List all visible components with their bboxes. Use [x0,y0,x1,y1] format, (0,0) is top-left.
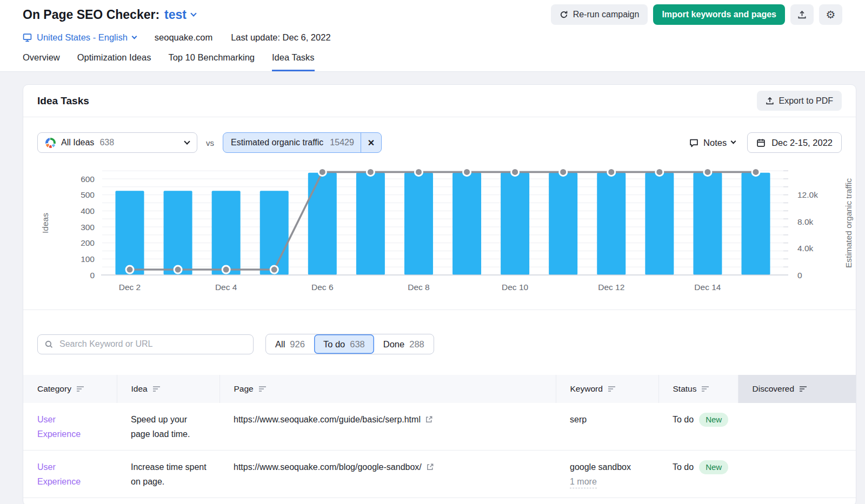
traffic-point [704,168,711,176]
ideas-bar [501,173,529,275]
page-url[interactable]: https://www.seoquake.com/guide/basic/ser… [234,415,421,424]
filter-all[interactable]: All 926 [266,334,314,354]
notes-dropdown[interactable]: Notes [689,138,735,148]
ideas-bar [549,173,577,275]
rerun-campaign-label: Re-run campaign [573,10,640,19]
svg-text:12.0k: 12.0k [797,190,818,199]
gear-icon: ⚙ [826,9,836,20]
rerun-campaign-button[interactable]: Re-run campaign [551,4,648,25]
metric-chip-label: Estimated organic traffic [223,138,330,147]
tab-overview[interactable]: Overview [23,52,60,71]
campaign-name: test [164,8,187,22]
chevron-down-icon [184,138,190,144]
external-link-icon[interactable] [426,463,434,471]
filter-done-count: 288 [409,339,424,350]
last-update: Last update: Dec 6, 2022 [231,32,330,43]
column-header-keyword[interactable]: Keyword [556,375,658,403]
tab-top10-benchmarking[interactable]: Top 10 Benchmarking [168,52,255,71]
search-icon [44,340,54,349]
filter-done-label: Done [383,339,404,350]
ideas-filter-dropdown[interactable]: All Ideas 638 [37,132,197,153]
traffic-point [222,266,230,273]
calendar-icon [756,138,766,147]
category-link[interactable]: User Experience [37,412,91,441]
column-header-status[interactable]: Status [658,375,738,403]
export-pdf-button[interactable]: Export to PDF [757,91,842,111]
page-title: On Page SEO Checker: [23,8,159,22]
traffic-point [608,168,615,176]
locale-label: United States - English [37,32,128,43]
idea-tasks-card: Idea Tasks Export to PDF All Ideas 638 v… [23,84,856,504]
traffic-point [270,266,278,273]
ideas-bar [453,173,481,275]
sort-icon [153,386,161,392]
vs-label: vs [206,138,214,147]
app-header: On Page SEO Checker: test Re-run campaig… [0,0,865,72]
sort-icon [77,386,84,392]
discovered-cell [738,403,856,451]
svg-text:Dec 8: Dec 8 [408,283,430,292]
traffic-point [560,168,567,176]
settings-button[interactable]: ⚙ [819,4,842,25]
svg-text:200: 200 [81,238,95,247]
traffic-point [656,168,663,176]
ideas-bar [116,191,144,275]
traffic-point [126,266,134,273]
traffic-point [174,266,182,273]
category-link[interactable]: User Experience [37,460,91,489]
table-row: User Experience Speed up your page load … [23,403,856,451]
chevron-down-icon [190,10,196,16]
sort-icon [259,386,267,392]
campaign-selector[interactable]: test [164,8,196,22]
upload-icon [766,97,774,105]
share-export-button[interactable] [790,4,814,25]
ideas-bar [212,191,241,275]
svg-text:Dec 6: Dec 6 [311,283,334,292]
locale-selector[interactable]: United States - English [23,32,136,43]
ideas-filter-count: 638 [99,138,114,147]
column-header-category[interactable]: Category [23,375,117,403]
ideas-bar [164,191,192,275]
filter-done[interactable]: Done 288 [374,334,434,354]
refresh-icon [560,10,568,19]
notes-icon [689,138,698,147]
ideas-bar [693,173,722,275]
more-keywords-link[interactable]: 1 more [570,476,597,488]
metric-chip-value: 15429 [330,138,361,147]
column-header-idea[interactable]: Idea [117,375,219,403]
filter-todo-label: To do [323,339,345,350]
column-header-page[interactable]: Page [219,375,556,403]
column-header-discovered[interactable]: Discovered [738,375,856,403]
ideas-bar [742,173,770,275]
svg-text:400: 400 [81,206,95,216]
page-url[interactable]: https://www.seoquake.com/blog/google-san… [234,462,422,472]
import-keywords-button[interactable]: Import keywords and pages [653,4,785,25]
keyword-cell: serp [556,403,658,451]
notes-label: Notes [703,138,727,148]
search-input[interactable] [37,334,254,354]
ideas-bar [597,173,626,275]
filter-todo[interactable]: To do 638 [314,334,374,354]
import-keywords-label: Import keywords and pages [662,10,776,19]
search-box [37,334,254,354]
svg-text:Dec 12: Dec 12 [598,283,624,292]
ideas-bar [404,173,433,275]
svg-text:4.0k: 4.0k [797,244,814,253]
ideas-donut-icon [45,138,56,148]
tab-optimization-ideas[interactable]: Optimization Ideas [77,52,151,71]
ideas-bar [308,173,337,275]
new-badge: New [699,413,728,427]
sort-icon [800,386,807,392]
right-axis-title: Estimated organic traffic [844,178,853,268]
svg-text:Dec 14: Dec 14 [694,283,721,292]
tab-idea-tasks[interactable]: Idea Tasks [272,52,315,71]
svg-text:8.0k: 8.0k [797,217,814,226]
date-range-picker[interactable]: Dec 2-15, 2022 [747,132,842,153]
export-pdf-label: Export to PDF [779,96,833,106]
metric-chip: Estimated organic traffic 15429 ✕ [223,132,382,153]
traffic-point [318,168,326,176]
svg-text:0: 0 [90,271,95,280]
external-link-icon[interactable] [425,415,433,424]
ideas-bar [645,173,674,275]
remove-metric-button[interactable]: ✕ [361,133,381,152]
